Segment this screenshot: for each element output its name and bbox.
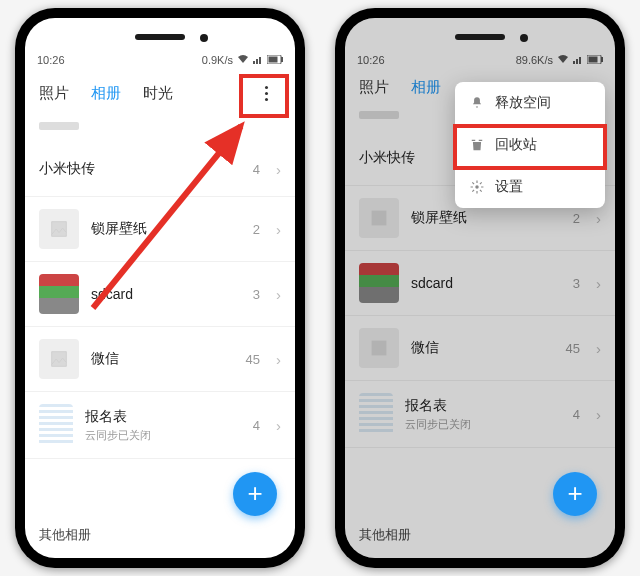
battery-icon bbox=[587, 54, 603, 66]
image-placeholder-icon bbox=[359, 198, 399, 238]
svg-point-7 bbox=[475, 185, 479, 189]
chevron-right-icon: › bbox=[276, 417, 281, 434]
annotation-highlight-kebab bbox=[239, 74, 289, 118]
item-subtitle: 云同步已关闭 bbox=[405, 417, 561, 432]
section-header: 其他相册 bbox=[345, 522, 615, 544]
item-title: sdcard bbox=[91, 286, 241, 302]
chevron-right-icon: › bbox=[596, 406, 601, 423]
list-item[interactable]: sdcard 3 › bbox=[345, 251, 615, 316]
document-thumbnail bbox=[359, 393, 393, 435]
item-count: 3 bbox=[573, 276, 580, 291]
item-subtitle: 云同步已关闭 bbox=[85, 428, 241, 443]
image-placeholder-icon bbox=[39, 209, 79, 249]
clock: 10:26 bbox=[37, 54, 65, 66]
chevron-right-icon: › bbox=[276, 286, 281, 303]
list-item[interactable]: 锁屏壁纸 2 › bbox=[25, 197, 295, 262]
wifi-icon bbox=[557, 54, 569, 66]
item-title: 微信 bbox=[91, 350, 234, 368]
svg-rect-5 bbox=[589, 57, 598, 63]
chevron-right-icon: › bbox=[276, 221, 281, 238]
bell-icon bbox=[469, 95, 485, 111]
chevron-right-icon: › bbox=[596, 275, 601, 292]
tab-photos[interactable]: 照片 bbox=[359, 78, 389, 97]
chevron-right-icon: › bbox=[276, 161, 281, 178]
chevron-right-icon: › bbox=[596, 340, 601, 357]
tab-photos[interactable]: 照片 bbox=[39, 84, 69, 103]
tab-moments[interactable]: 时光 bbox=[143, 84, 173, 103]
menu-label: 设置 bbox=[495, 178, 523, 196]
menu-free-space[interactable]: 释放空间 bbox=[455, 82, 605, 124]
list-header-placeholder bbox=[359, 111, 399, 119]
list-item[interactable]: 微信 45 › bbox=[345, 316, 615, 381]
signal-icon bbox=[573, 54, 583, 66]
svg-rect-6 bbox=[601, 57, 603, 62]
item-title: 锁屏壁纸 bbox=[91, 220, 241, 238]
item-title: 小米快传 bbox=[39, 160, 241, 178]
item-title: 锁屏壁纸 bbox=[411, 209, 561, 227]
status-bar: 10:26 89.6K/s bbox=[345, 18, 615, 70]
list-item[interactable]: 报名表 云同步已关闭 4 › bbox=[345, 381, 615, 448]
chevron-right-icon: › bbox=[276, 351, 281, 368]
menu-settings[interactable]: 设置 bbox=[455, 166, 605, 208]
gear-icon bbox=[469, 179, 485, 195]
svg-rect-1 bbox=[269, 57, 278, 63]
tab-albums[interactable]: 相册 bbox=[411, 78, 441, 97]
album-thumbnail bbox=[359, 263, 399, 303]
item-count: 45 bbox=[246, 352, 260, 367]
add-button[interactable]: + bbox=[233, 472, 277, 516]
item-count: 2 bbox=[253, 222, 260, 237]
list-item[interactable]: 小米快传 4 › bbox=[25, 142, 295, 197]
menu-label: 释放空间 bbox=[495, 94, 551, 112]
album-thumbnail bbox=[39, 274, 79, 314]
document-thumbnail bbox=[39, 404, 73, 446]
list-item[interactable]: sdcard 3 › bbox=[25, 262, 295, 327]
section-header: 其他相册 bbox=[25, 522, 295, 544]
clock: 10:26 bbox=[357, 54, 385, 66]
item-count: 45 bbox=[566, 341, 580, 356]
item-title: 报名表 bbox=[405, 397, 561, 415]
item-title: 微信 bbox=[411, 339, 554, 357]
svg-rect-2 bbox=[281, 57, 283, 62]
album-list: 小米快传 4 › 锁屏壁纸 2 › sdcard 3 › bbox=[25, 142, 295, 459]
item-title: sdcard bbox=[411, 275, 561, 291]
net-speed: 89.6K/s bbox=[516, 54, 553, 66]
item-count: 4 bbox=[573, 407, 580, 422]
chevron-right-icon: › bbox=[596, 210, 601, 227]
list-item[interactable]: 报名表 云同步已关闭 4 › bbox=[25, 392, 295, 459]
battery-icon bbox=[267, 54, 283, 66]
add-button[interactable]: + bbox=[553, 472, 597, 516]
item-count: 3 bbox=[253, 287, 260, 302]
list-item[interactable]: 微信 45 › bbox=[25, 327, 295, 392]
annotation-highlight-trash bbox=[453, 124, 607, 170]
status-bar: 10:26 0.9K/s bbox=[25, 18, 295, 70]
item-count: 4 bbox=[253, 418, 260, 433]
item-title: 报名表 bbox=[85, 408, 241, 426]
net-speed: 0.9K/s bbox=[202, 54, 233, 66]
item-count: 2 bbox=[573, 211, 580, 226]
image-placeholder-icon bbox=[39, 339, 79, 379]
item-count: 4 bbox=[253, 162, 260, 177]
signal-icon bbox=[253, 54, 263, 66]
image-placeholder-icon bbox=[359, 328, 399, 368]
tab-albums[interactable]: 相册 bbox=[91, 84, 121, 103]
list-header-placeholder bbox=[39, 122, 79, 130]
wifi-icon bbox=[237, 54, 249, 66]
